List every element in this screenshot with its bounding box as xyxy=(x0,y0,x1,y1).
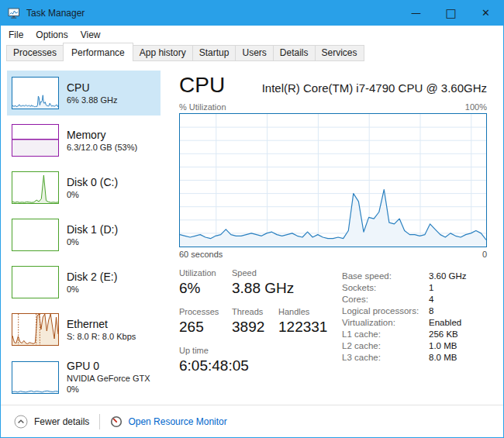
tab-users[interactable]: Users xyxy=(235,45,273,61)
sidebar-item-subtitle: S: 8.0 R: 8.0 Kbps xyxy=(67,331,136,342)
sidebar-item-subtitle2: 0% xyxy=(67,384,150,395)
stat-processes: Processes 265 xyxy=(179,307,232,336)
stat-l2-cache: L2 cache:1.0 MB xyxy=(342,340,487,351)
sidebar-item-subtitle: 0% xyxy=(67,236,118,247)
cpu-stats-left: Utilization 6% Speed 3.88 GHz Processes … xyxy=(179,268,338,374)
sidebar-item-disk0[interactable]: Disk 0 (C:) 0% xyxy=(7,165,161,210)
stat-l3-cache: L3 cache:8.0 MB xyxy=(342,351,487,363)
sidebar-item-disk2[interactable]: Disk 2 (E:) 0% xyxy=(7,260,161,305)
sidebar-item-title: Disk 2 (E:) xyxy=(67,271,117,284)
task-manager-window: Task Manager — □ ✕ File Options View Pro… xyxy=(0,0,504,438)
disk1-thumbnail-chart xyxy=(12,219,59,251)
stat-cores: Cores:4 xyxy=(342,293,487,305)
sidebar-item-subtitle: 0% xyxy=(67,189,118,200)
sidebar-item-subtitle: 6% 3.88 GHz xyxy=(67,95,117,105)
menu-view[interactable]: View xyxy=(74,26,107,43)
tab-processes[interactable]: Processes xyxy=(6,45,64,61)
memory-thumbnail-chart xyxy=(12,124,59,157)
close-button[interactable]: ✕ xyxy=(468,1,503,26)
sidebar-item-title: Ethernet xyxy=(67,318,136,331)
menu-bar: File Options View xyxy=(1,26,503,43)
minimize-button[interactable]: — xyxy=(399,1,433,26)
sidebar-item-title: Disk 1 (D:) xyxy=(67,223,118,236)
tab-details[interactable]: Details xyxy=(273,45,316,61)
sidebar-item-title: CPU xyxy=(67,81,117,95)
chart-x-left-label: 60 seconds xyxy=(179,250,223,259)
chart-y-axis-label: % Utilization xyxy=(179,102,226,112)
performance-sidebar: CPU 6% 3.88 GHz Memory 6.3/12.0 GB (53%)… xyxy=(7,71,161,402)
sidebar-item-title: Disk 0 (C:) xyxy=(67,176,118,189)
menu-file[interactable]: File xyxy=(2,26,29,43)
tab-app-history[interactable]: App history xyxy=(133,45,193,61)
sidebar-item-memory[interactable]: Memory 6.3/12.0 GB (53%) xyxy=(7,118,161,163)
sidebar-item-ethernet[interactable]: Ethernet S: 8.0 R: 8.0 Kbps xyxy=(7,307,161,352)
open-resource-monitor-link[interactable]: Open Resource Monitor xyxy=(128,416,226,427)
stat-virtualization: Virtualization:Enabled xyxy=(342,316,487,328)
footer-divider xyxy=(99,414,100,429)
sidebar-item-subtitle: NVIDIA GeForce GTX xyxy=(67,373,150,384)
disk0-thumbnail-chart xyxy=(12,171,59,204)
sidebar-item-subtitle: 6.3/12.0 GB (53%) xyxy=(67,142,137,153)
gpu-thumbnail-chart xyxy=(12,361,59,394)
stat-l1-cache: L1 cache:256 KB xyxy=(342,328,487,340)
tab-performance[interactable]: Performance xyxy=(63,43,133,61)
cpu-panel: CPU Intel(R) Core(TM) i7-4790 CPU @ 3.60… xyxy=(179,72,487,374)
resource-monitor-icon[interactable] xyxy=(110,416,123,428)
stat-uptime: Up time 6:05:48:05 xyxy=(179,346,338,374)
tab-startup[interactable]: Startup xyxy=(192,45,236,61)
disk2-thumbnail-chart xyxy=(12,266,59,298)
sidebar-item-title: Memory xyxy=(67,129,137,142)
tab-services[interactable]: Services xyxy=(315,45,364,61)
cpu-stats-right: Base speed:3.60 GHz Sockets:1 Cores:4 Lo… xyxy=(342,270,487,363)
cpu-utilization-chart xyxy=(179,113,487,247)
chevron-up-circle-icon[interactable] xyxy=(14,415,28,429)
chart-y-max-label: 100% xyxy=(465,102,487,112)
stat-speed: Speed 3.88 GHz xyxy=(232,268,338,297)
sidebar-item-gpu0[interactable]: GPU 0 NVIDIA GeForce GTX 0% xyxy=(7,354,161,400)
sidebar-item-title: GPU 0 xyxy=(67,360,150,373)
cpu-stats: Utilization 6% Speed 3.88 GHz Processes … xyxy=(179,268,487,374)
caption-buttons: — □ ✕ xyxy=(399,1,503,26)
titlebar: Task Manager — □ ✕ xyxy=(1,1,503,26)
task-manager-icon xyxy=(8,7,20,19)
stat-base-speed: Base speed:3.60 GHz xyxy=(342,270,487,281)
cpu-model-name: Intel(R) Core(TM) i7-4790 CPU @ 3.60GHz xyxy=(262,81,487,95)
footer-bar: Fewer details Open Resource Monitor xyxy=(1,405,503,437)
ethernet-thumbnail-chart xyxy=(12,313,59,346)
sidebar-item-disk1[interactable]: Disk 1 (D:) 0% xyxy=(7,212,161,257)
tab-bar: Processes Performance App history Startu… xyxy=(1,43,503,61)
stat-logical-processors: Logical processors:8 xyxy=(342,305,487,316)
sidebar-item-cpu[interactable]: CPU 6% 3.88 GHz xyxy=(7,71,161,116)
menu-options[interactable]: Options xyxy=(29,26,74,43)
panel-title: CPU xyxy=(179,72,225,98)
maximize-button[interactable]: □ xyxy=(433,1,468,26)
stat-sockets: Sockets:1 xyxy=(342,281,487,293)
stat-threads: Threads 3892 xyxy=(232,307,278,336)
window-title: Task Manager xyxy=(26,8,85,19)
stat-handles: Handles 122331 xyxy=(278,307,338,336)
fewer-details-toggle[interactable]: Fewer details xyxy=(34,416,89,427)
sidebar-item-subtitle: 0% xyxy=(67,284,117,295)
cpu-thumbnail-chart xyxy=(12,77,59,109)
performance-content: CPU 6% 3.88 GHz Memory 6.3/12.0 GB (53%)… xyxy=(1,61,503,405)
chart-x-right-label: 0 xyxy=(482,250,487,259)
stat-utilization: Utilization 6% xyxy=(179,268,232,297)
